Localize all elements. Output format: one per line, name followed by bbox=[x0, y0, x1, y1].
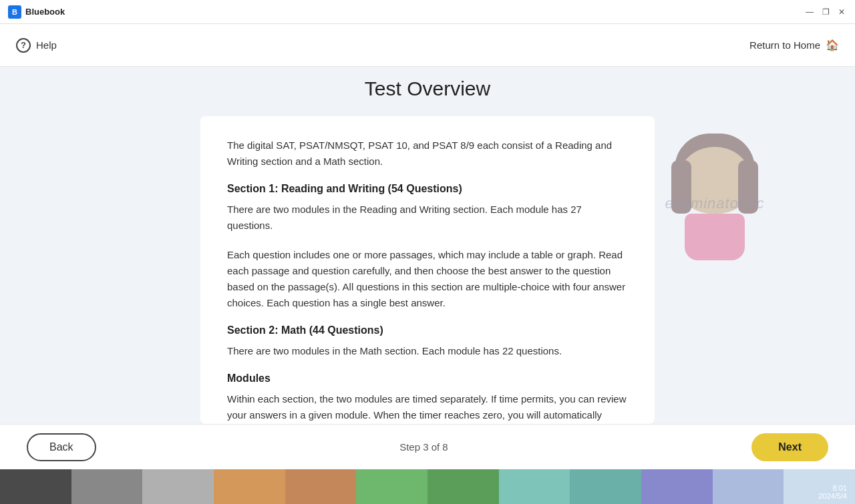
taskbar-info: 8:01 2024/5/4 bbox=[818, 484, 847, 500]
maximize-button[interactable]: ❐ bbox=[820, 7, 831, 17]
char-hair-side-right bbox=[738, 160, 758, 214]
section1-heading: Section 1: Reading and Writing (54 Quest… bbox=[227, 183, 628, 195]
section1-details-text: Each question includes one or more passa… bbox=[227, 247, 628, 311]
taskbar-time: 8:01 bbox=[818, 484, 847, 492]
minimize-button[interactable]: — bbox=[804, 7, 815, 17]
return-home-label: Return to Home bbox=[749, 39, 820, 51]
back-button[interactable]: Back bbox=[27, 433, 96, 461]
content-card: The digital SAT, PSAT/NMSQT, PSAT 10, an… bbox=[200, 116, 655, 424]
modules-text: Within each section, the two modules are… bbox=[227, 391, 628, 424]
home-icon: 🏠 bbox=[826, 39, 839, 51]
app-title: Bluebook bbox=[25, 7, 65, 17]
color-block-2 bbox=[71, 469, 143, 504]
titlebar-left: B Bluebook bbox=[8, 5, 65, 19]
color-block-10 bbox=[641, 469, 713, 504]
color-strip bbox=[0, 469, 855, 504]
watermark-character bbox=[641, 120, 788, 287]
color-block-1 bbox=[0, 469, 71, 504]
color-block-7 bbox=[428, 469, 499, 504]
titlebar: B Bluebook — ❐ ✕ bbox=[0, 0, 855, 24]
step-indicator: Step 3 of 8 bbox=[399, 441, 448, 453]
char-head bbox=[678, 147, 751, 214]
bottom-bar: Back Step 3 of 8 Next bbox=[0, 424, 855, 469]
navbar: ? Help Return to Home 🏠 bbox=[0, 24, 855, 67]
taskbar-date: 2024/5/4 bbox=[818, 492, 847, 500]
section2-modules-text: There are two modules in the Math sectio… bbox=[227, 343, 628, 359]
watermark-overlay: examinator.cc bbox=[641, 120, 788, 287]
page-title: Test Overview bbox=[365, 77, 490, 100]
char-body bbox=[685, 214, 745, 260]
window-controls[interactable]: — ❐ ✕ bbox=[804, 7, 847, 17]
section1-modules-text: There are two modules in the Reading and… bbox=[227, 202, 628, 234]
help-label: Help bbox=[36, 39, 57, 51]
help-nav-item[interactable]: ? Help bbox=[16, 38, 57, 53]
next-button[interactable]: Next bbox=[751, 433, 828, 461]
char-hair-top bbox=[675, 134, 755, 180]
color-block-5 bbox=[285, 469, 357, 504]
color-block-9 bbox=[570, 469, 641, 504]
char-hair-side-left bbox=[671, 160, 691, 214]
color-block-6 bbox=[356, 469, 428, 504]
intro-text: The digital SAT, PSAT/NMSQT, PSAT 10, an… bbox=[227, 138, 628, 170]
color-block-11 bbox=[713, 469, 784, 504]
return-home-nav-item[interactable]: Return to Home 🏠 bbox=[749, 39, 839, 51]
watermark-text: examinator.cc bbox=[665, 195, 764, 212]
color-block-4 bbox=[214, 469, 285, 504]
color-block-8 bbox=[499, 469, 570, 504]
color-block-3 bbox=[142, 469, 214, 504]
main-area: Test Overview The digital SAT, PSAT/NMSQ… bbox=[0, 67, 855, 424]
app-logo: B bbox=[8, 5, 21, 19]
section2-heading: Section 2: Math (44 Questions) bbox=[227, 324, 628, 336]
close-button[interactable]: ✕ bbox=[836, 7, 847, 17]
modules-heading: Modules bbox=[227, 372, 628, 385]
help-icon: ? bbox=[16, 38, 31, 53]
